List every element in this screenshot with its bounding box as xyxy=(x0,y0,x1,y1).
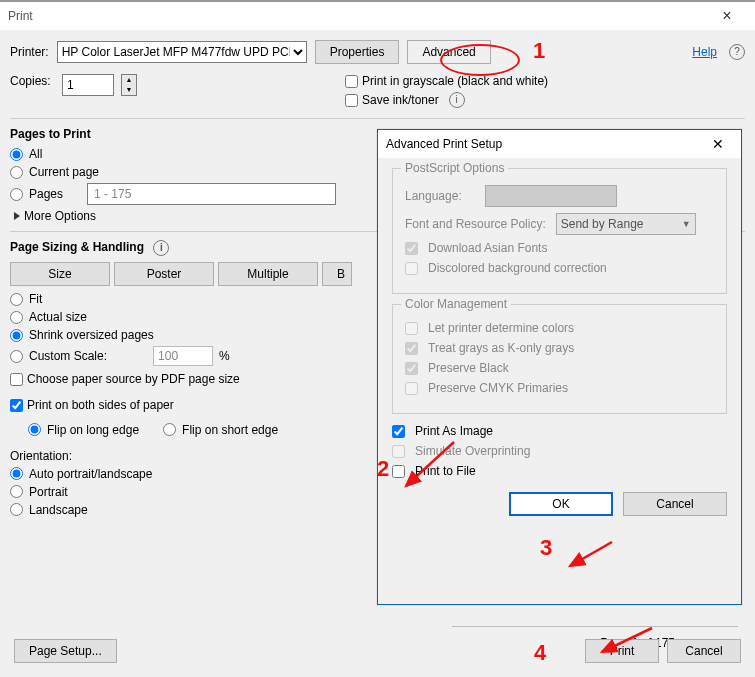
booklet-button[interactable]: B xyxy=(322,262,352,286)
save-ink-checkbox[interactable]: Save ink/toner i xyxy=(345,92,548,108)
spinner-up-icon[interactable]: ▲ xyxy=(122,75,136,85)
window-title: Print xyxy=(8,2,33,30)
preserve-black-checkbox: Preserve Black xyxy=(405,361,714,375)
advanced-print-setup-dialog: Advanced Print Setup ✕ PostScript Option… xyxy=(377,129,742,605)
page-setup-button[interactable]: Page Setup... xyxy=(14,639,117,663)
language-select xyxy=(485,185,617,207)
pages-range-input[interactable] xyxy=(87,183,336,205)
discolored-bg-checkbox: Discolored background correction xyxy=(405,261,714,275)
multiple-button[interactable]: Multiple xyxy=(218,262,318,286)
color-mgmt-fieldset: Color Management Let printer determine c… xyxy=(392,304,727,414)
print-as-image-checkbox[interactable]: Print As Image xyxy=(392,424,727,438)
treat-grays-checkbox: Treat grays as K-only grays xyxy=(405,341,714,355)
preserve-cmyk-checkbox: Preserve CMYK Primaries xyxy=(405,381,714,395)
printer-select[interactable]: HP Color LaserJet MFP M477fdw UPD PCL 6 xyxy=(57,41,307,63)
copies-spinner[interactable]: ▲ ▼ xyxy=(121,74,137,96)
dialog-title: Advanced Print Setup xyxy=(386,130,502,158)
preview-divider xyxy=(452,626,738,628)
dialog-close-button[interactable]: ✕ xyxy=(703,130,733,158)
print-button[interactable]: Print xyxy=(585,639,659,663)
asian-fonts-checkbox: Download Asian Fonts xyxy=(405,241,714,255)
postscript-legend: PostScript Options xyxy=(401,161,508,175)
flip-short-radio[interactable]: Flip on short edge xyxy=(163,423,278,437)
info-icon[interactable]: i xyxy=(153,240,169,256)
copies-row: Copies: ▲ ▼ Print in grayscale (black an… xyxy=(10,74,745,108)
help-icon[interactable]: ? xyxy=(729,44,745,60)
dialog-button-row: OK Cancel xyxy=(392,492,727,516)
printer-row: Printer: HP Color LaserJet MFP M477fdw U… xyxy=(10,40,745,64)
help-link[interactable]: Help xyxy=(692,45,717,59)
let-printer-checkbox: Let printer determine colors xyxy=(405,321,714,335)
titlebar: Print × xyxy=(0,2,755,30)
dialog-titlebar: Advanced Print Setup ✕ xyxy=(378,130,741,158)
properties-button[interactable]: Properties xyxy=(315,40,400,64)
advanced-button[interactable]: Advanced xyxy=(407,40,490,64)
font-policy-row: Font and Resource Policy: Send by Range▼ xyxy=(405,213,714,235)
spinner-down-icon[interactable]: ▼ xyxy=(122,85,136,95)
printer-label: Printer: xyxy=(10,45,49,59)
cancel-button[interactable]: Cancel xyxy=(667,639,741,663)
triangle-right-icon xyxy=(14,212,20,220)
simulate-overprinting-checkbox: Simulate Overprinting xyxy=(392,444,727,458)
flip-long-radio[interactable]: Flip on long edge xyxy=(28,423,139,437)
window-close-button[interactable]: × xyxy=(707,2,747,30)
dialog-cancel-button[interactable]: Cancel xyxy=(623,492,727,516)
print-both-sides-checkbox[interactable]: Print on both sides of paper xyxy=(10,398,174,412)
print-to-file-checkbox[interactable]: Print to File xyxy=(392,464,727,478)
size-button[interactable]: Size xyxy=(10,262,110,286)
language-row: Language: xyxy=(405,185,714,207)
postscript-fieldset: PostScript Options Language: Font and Re… xyxy=(392,168,727,294)
copies-label: Copies: xyxy=(10,74,54,88)
color-mgmt-legend: Color Management xyxy=(401,297,511,311)
grayscale-checkbox[interactable]: Print in grayscale (black and white) xyxy=(345,74,548,88)
custom-scale-input[interactable] xyxy=(153,346,213,366)
info-icon[interactable]: i xyxy=(449,92,465,108)
print-options-column: Print in grayscale (black and white) Sav… xyxy=(345,74,548,108)
font-policy-select: Send by Range▼ xyxy=(556,213,696,235)
chevron-down-icon: ▼ xyxy=(682,219,691,229)
print-dialog-window: Print × Printer: HP Color LaserJet MFP M… xyxy=(0,0,755,677)
poster-button[interactable]: Poster xyxy=(114,262,214,286)
dialog-body: PostScript Options Language: Font and Re… xyxy=(378,158,741,526)
dialog-ok-button[interactable]: OK xyxy=(509,492,613,516)
copies-input[interactable] xyxy=(62,74,114,96)
